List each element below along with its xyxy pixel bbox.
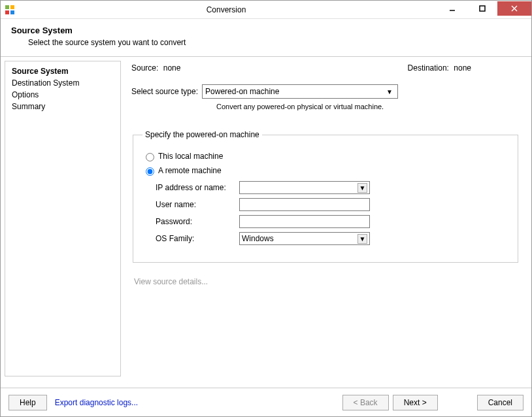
password-label: Password: (156, 217, 239, 226)
header-subtitle: Select the source system you want to con… (28, 38, 521, 47)
titlebar: Conversion (1, 1, 531, 19)
destination-summary: Destination: none (408, 63, 471, 73)
chevron-down-icon: ▼ (384, 88, 395, 95)
select-source-type-label: Select source type: (131, 87, 198, 96)
source-destination-row: Source: none Destination: none (131, 63, 471, 73)
source-summary: Source: none (131, 63, 180, 73)
chevron-down-icon: ▼ (357, 234, 367, 244)
radio-local-input[interactable] (146, 153, 154, 161)
sidebar-item-options[interactable]: Options (12, 89, 114, 101)
maximize-button[interactable] (467, 1, 497, 16)
sidebar-item-summary[interactable]: Summary (12, 101, 114, 112)
conversion-wizard-window: Conversion Source System Select the sour… (0, 0, 532, 417)
destination-value: none (454, 63, 471, 73)
chevron-down-icon: ▼ (357, 183, 367, 193)
wizard-steps-sidebar: Source System Destination System Options… (5, 61, 121, 376)
password-input[interactable] (239, 215, 370, 228)
select-source-type-dropdown[interactable]: Powered-on machine ▼ (202, 84, 398, 99)
wizard-main-panel: Source: none Destination: none Select so… (126, 61, 527, 376)
radio-a-remote-machine[interactable]: A remote machine (142, 165, 508, 176)
sidebar-item-destination-system[interactable]: Destination System (12, 77, 114, 89)
svg-rect-2 (5, 10, 9, 14)
user-name-label: User name: (156, 200, 239, 209)
source-value: none (163, 63, 181, 73)
os-family-value: Windows (242, 234, 274, 243)
cancel-button[interactable]: Cancel (477, 395, 524, 410)
back-button[interactable]: < Back (342, 395, 389, 410)
radio-this-local-machine[interactable]: This local machine (142, 151, 508, 161)
user-name-input[interactable] (239, 198, 370, 211)
wizard-header: Source System Select the source system y… (1, 19, 531, 57)
powered-on-machine-group: Specify the powered-on machine This loca… (133, 130, 518, 263)
os-family-label: OS Family: (156, 234, 239, 243)
group-legend: Specify the powered-on machine (142, 130, 262, 139)
radio-remote-input[interactable] (146, 167, 154, 176)
wizard-footer: Help Export diagnostic logs... < Back Ne… (1, 388, 531, 416)
minimize-button[interactable] (437, 1, 467, 16)
window-buttons (437, 1, 531, 16)
ip-address-input[interactable] (242, 182, 353, 193)
source-label: Source: (131, 63, 158, 73)
svg-rect-3 (10, 10, 14, 14)
ip-address-label: IP address or name: (156, 183, 239, 192)
svg-rect-1 (10, 5, 14, 9)
svg-rect-5 (480, 6, 485, 11)
svg-rect-0 (5, 5, 9, 9)
radio-remote-label: A remote machine (158, 166, 222, 175)
select-source-row: Select source type: Powered-on machine ▼ (131, 84, 522, 99)
remote-machine-form: IP address or name: ▼ User name: Passwor… (156, 181, 508, 245)
select-source-hint: Convert any powered-on physical or virtu… (216, 103, 522, 110)
view-source-details-link: View source details... (134, 277, 522, 286)
next-button[interactable]: Next > (393, 395, 438, 410)
os-family-dropdown[interactable]: Windows ▼ (239, 232, 370, 245)
app-icon (5, 5, 15, 15)
help-button[interactable]: Help (8, 395, 47, 410)
header-title: Source System (11, 25, 521, 35)
export-diagnostic-logs-link[interactable]: Export diagnostic logs... (55, 398, 138, 407)
radio-local-label: This local machine (158, 152, 223, 161)
destination-label: Destination: (408, 63, 449, 73)
close-button[interactable] (497, 1, 531, 16)
window-title: Conversion (15, 5, 437, 14)
sidebar-item-source-system[interactable]: Source System (12, 65, 114, 77)
wizard-body: Source System Destination System Options… (1, 57, 531, 380)
ip-address-combobox[interactable]: ▼ (239, 181, 370, 194)
select-source-type-value: Powered-on machine (205, 87, 279, 96)
